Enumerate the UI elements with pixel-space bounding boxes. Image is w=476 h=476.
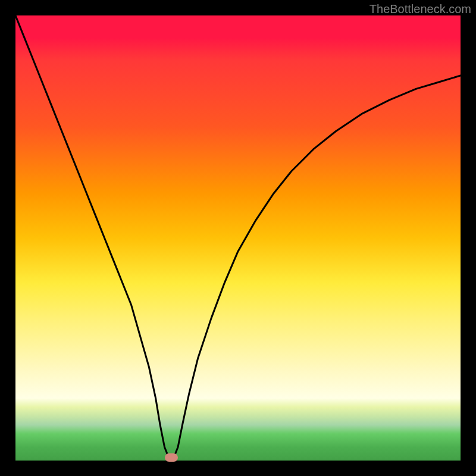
optimal-point-marker xyxy=(165,453,178,462)
watermark-text: TheBottleneck.com xyxy=(369,2,471,16)
chart-area xyxy=(15,15,461,461)
bottleneck-curve xyxy=(15,15,461,461)
